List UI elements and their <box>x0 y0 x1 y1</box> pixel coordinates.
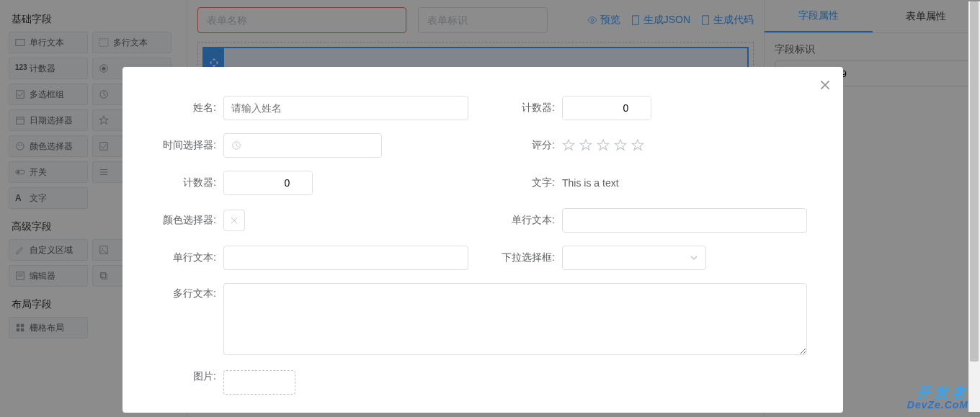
counter2-label: 计数器: <box>159 176 223 189</box>
preview-modal: 姓名: 计数器: ▲ ▼ <box>122 67 843 413</box>
close-icon <box>819 79 832 91</box>
close-button[interactable] <box>819 79 832 91</box>
color-picker[interactable] <box>223 210 245 231</box>
chevron-down-icon <box>690 254 698 262</box>
counter-label: 计数器: <box>497 102 562 115</box>
star-icon[interactable] <box>597 139 610 152</box>
star-icon[interactable] <box>631 139 644 152</box>
text-value: This is a text <box>562 177 619 189</box>
star-icon[interactable] <box>579 139 592 152</box>
select-label: 下拉选择框: <box>497 251 562 264</box>
multi-textarea[interactable] <box>223 283 807 355</box>
counter-value[interactable] <box>563 97 651 120</box>
name-label: 姓名: <box>159 102 223 115</box>
name-input[interactable] <box>223 96 468 120</box>
watermark: 开发者 DevZe.CoM <box>907 385 968 410</box>
scrollbar-track[interactable] <box>968 1 980 412</box>
counter2-value[interactable] <box>224 171 313 194</box>
star-icon[interactable] <box>614 139 627 152</box>
single2-label: 单行文本: <box>159 251 223 264</box>
time-label: 时间选择器: <box>159 139 223 152</box>
clock-icon <box>231 140 241 151</box>
close-icon <box>230 216 239 225</box>
counter-stepper[interactable]: ▲ ▼ <box>562 96 651 120</box>
image-label: 图片: <box>159 370 223 383</box>
single1-label: 单行文本: <box>497 214 562 227</box>
color-label: 颜色选择器: <box>159 214 223 227</box>
image-upload[interactable] <box>223 370 295 395</box>
single1-input[interactable] <box>562 208 807 233</box>
single2-input[interactable] <box>223 246 468 270</box>
counter2-stepper[interactable]: ▲ ▼ <box>223 171 313 195</box>
rate-control[interactable] <box>562 139 807 152</box>
text-label: 文字: <box>497 176 562 189</box>
rate-label: 评分: <box>497 139 562 152</box>
scrollbar-thumb[interactable] <box>970 1 979 362</box>
select-control[interactable] <box>562 246 706 270</box>
star-icon[interactable] <box>562 139 575 152</box>
multi-label: 多行文本: <box>159 283 223 300</box>
time-picker[interactable] <box>223 133 382 158</box>
